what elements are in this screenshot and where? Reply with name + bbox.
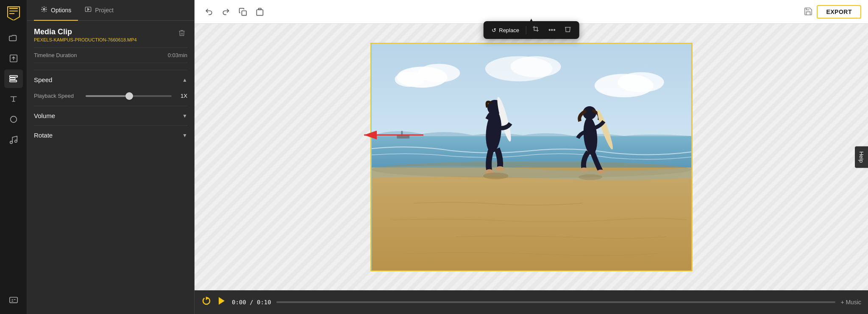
- sidebar-item-text[interactable]: [4, 90, 23, 108]
- duration-value: 0:03min: [168, 52, 187, 58]
- media-filename: PEXELS-KAMPUS-PRODUCTION-7660618.MP4: [34, 37, 137, 42]
- crop-button[interactable]: [530, 24, 542, 36]
- volume-title: Volume: [34, 112, 55, 119]
- tab-project-label: Project: [95, 7, 114, 14]
- svg-rect-6: [9, 78, 15, 80]
- playback-speed-slider[interactable]: [86, 95, 172, 97]
- speed-value-display: 1X: [177, 93, 187, 99]
- panel-tabs: Options Project: [27, 0, 194, 21]
- app-logo[interactable]: [6, 5, 21, 20]
- svg-point-39: [579, 174, 602, 180]
- svg-point-38: [483, 173, 508, 179]
- svg-point-37: [580, 168, 588, 172]
- save-button[interactable]: [804, 7, 813, 18]
- options-icon: [41, 6, 47, 14]
- svg-point-12: [43, 8, 45, 10]
- media-info: Media Clip PEXELS-KAMPUS-PRODUCTION-7660…: [34, 28, 137, 42]
- tab-project[interactable]: Project: [78, 0, 120, 21]
- ctx-divider-1: [526, 26, 526, 34]
- project-icon: [85, 6, 92, 14]
- replace-label: Replace: [499, 27, 519, 33]
- player-progress-bar[interactable]: [276, 301, 836, 303]
- canvas-area: Help: [195, 24, 868, 290]
- replace-icon: ↺: [492, 27, 496, 33]
- slider-fill: [86, 95, 129, 97]
- panel-content: Media Clip PEXELS-KAMPUS-PRODUCTION-7660…: [27, 21, 194, 314]
- icon-bar: [0, 0, 27, 314]
- top-toolbar: ↺ Replace ••• EXPORT: [195, 0, 868, 24]
- speed-title: Speed: [34, 76, 52, 83]
- copy-button[interactable]: [235, 4, 250, 19]
- main-area: ↺ Replace ••• EXPORT: [195, 0, 868, 314]
- video-frame[interactable]: [370, 43, 693, 271]
- svg-point-36: [597, 170, 604, 174]
- play-button[interactable]: [217, 296, 227, 308]
- player-time-display: 0:00 / 0:10: [232, 299, 271, 306]
- add-music-button[interactable]: + Music: [840, 299, 861, 306]
- svg-point-9: [10, 141, 12, 144]
- media-header: Media Clip PEXELS-KAMPUS-PRODUCTION-7660…: [34, 28, 187, 42]
- redo-button[interactable]: [218, 4, 234, 19]
- volume-chevron-down-icon: ▼: [182, 113, 187, 119]
- replace-button[interactable]: ↺ Replace: [488, 25, 523, 35]
- speed-row: Playback Speed 1X: [34, 93, 187, 99]
- player-bar: 0:00 / 0:10 + Music: [195, 290, 868, 314]
- tab-options-label: Options: [51, 7, 71, 14]
- svg-point-20: [395, 72, 424, 87]
- tab-options[interactable]: Options: [34, 0, 78, 21]
- media-title: Media Clip: [34, 28, 137, 36]
- svg-rect-40: [397, 135, 409, 138]
- context-menu: ↺ Replace •••: [483, 21, 579, 39]
- export-button[interactable]: EXPORT: [817, 5, 861, 19]
- more-icon: •••: [548, 26, 556, 33]
- svg-rect-14: [242, 11, 247, 15]
- svg-point-22: [618, 72, 664, 92]
- sidebar-item-upload[interactable]: [4, 49, 23, 68]
- replay-button[interactable]: [201, 296, 211, 308]
- volume-header[interactable]: Volume ▼: [34, 106, 187, 125]
- speed-section: Speed ▲ Playback Speed 1X: [34, 70, 187, 106]
- help-button[interactable]: Help: [855, 146, 868, 168]
- svg-rect-7: [9, 80, 17, 82]
- delete-clip-button[interactable]: [176, 28, 187, 40]
- sidebar-item-audio[interactable]: [4, 130, 23, 149]
- rotate-chevron-down-icon: ▼: [182, 132, 187, 138]
- svg-rect-16: [257, 10, 263, 15]
- slider-thumb[interactable]: [125, 92, 133, 100]
- paste-button[interactable]: [252, 4, 267, 19]
- svg-point-19: [418, 64, 460, 83]
- duration-row: Timeline Duration 0:03min: [34, 47, 187, 63]
- svg-rect-11: [9, 297, 17, 303]
- speed-body: Playback Speed 1X: [34, 89, 187, 106]
- speed-header[interactable]: Speed ▲: [34, 70, 187, 89]
- sidebar-item-folder[interactable]: [4, 29, 23, 47]
- more-options-button[interactable]: •••: [546, 25, 558, 36]
- left-panel: Options Project Media Clip PEXELS-KAMPUS…: [27, 0, 195, 314]
- svg-point-32: [495, 166, 504, 171]
- rotate-section: Rotate ▼: [34, 125, 187, 145]
- speed-chevron-up-icon: ▲: [182, 77, 187, 83]
- undo-button[interactable]: [201, 4, 217, 19]
- duration-label: Timeline Duration: [34, 52, 77, 58]
- rotate-header[interactable]: Rotate ▼: [34, 125, 187, 145]
- playback-speed-label: Playback Speed: [34, 93, 81, 99]
- sidebar-item-shapes[interactable]: [4, 110, 23, 129]
- svg-rect-41: [401, 131, 403, 136]
- svg-marker-43: [219, 297, 225, 305]
- delete-button[interactable]: [562, 24, 574, 36]
- volume-section: Volume ▼: [34, 106, 187, 125]
- svg-point-8: [10, 116, 17, 123]
- sidebar-item-captions[interactable]: [4, 290, 23, 309]
- svg-rect-26: [371, 168, 691, 270]
- rotate-title: Rotate: [34, 132, 53, 139]
- svg-point-10: [14, 140, 17, 143]
- sidebar-item-timeline[interactable]: [4, 69, 23, 88]
- svg-rect-5: [9, 76, 17, 77]
- svg-point-24: [510, 56, 561, 77]
